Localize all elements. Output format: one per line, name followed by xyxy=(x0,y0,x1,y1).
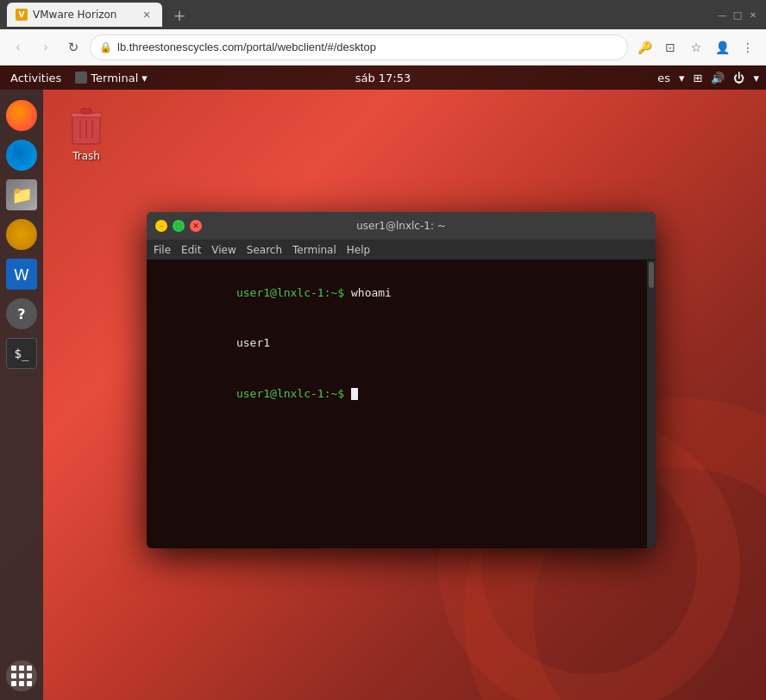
app-menu-arrow: ▾ xyxy=(141,72,148,84)
terminal-prompt-1: user1@lnxlc-1:~$ xyxy=(236,286,351,299)
terminal-scrollbar[interactable] xyxy=(647,260,656,548)
window-close-button[interactable] xyxy=(747,9,759,21)
language-indicator[interactable]: es xyxy=(657,72,670,84)
dock-icon-help[interactable]: ? xyxy=(4,297,39,331)
cast-icon-button[interactable]: ⊡ xyxy=(659,36,681,59)
thunderbird-app-icon xyxy=(6,140,37,171)
app-menu-label: Terminal xyxy=(91,72,138,84)
svg-rect-2 xyxy=(81,109,91,114)
bookmark-icon-button[interactable]: ☆ xyxy=(685,36,707,59)
browser-frame: V VMware Horizon ✕ + ‹ › ↻ 🔒 🔑 ⊡ ☆ 👤 ⋮ xyxy=(0,0,766,700)
desktop-trash-icon[interactable]: Trash xyxy=(60,100,112,167)
terminal-body[interactable]: user1@lnxlc-1:~$ whoami user1 user1@lnxl… xyxy=(147,260,656,548)
trash-icon-image xyxy=(66,105,107,147)
terminal-app-icon: $_ xyxy=(6,338,37,369)
sidebar-dock: 📁 W ? $_ xyxy=(0,90,43,700)
forward-button[interactable]: › xyxy=(35,36,57,59)
activities-button[interactable]: Activities xyxy=(7,72,65,84)
terminal-menu-search[interactable]: Search xyxy=(247,244,282,256)
panel-right: es ▾ ⊞ 🔊 ⏻ ▾ xyxy=(657,72,759,84)
window-maximize-button[interactable] xyxy=(731,9,744,21)
address-bar-container[interactable]: 🔒 xyxy=(90,34,628,60)
apps-grid-dots-icon xyxy=(11,666,32,686)
terminal-scrollbar-thumb xyxy=(649,262,654,288)
trash-icon-label: Trash xyxy=(72,150,100,162)
account-icon-button[interactable]: 👤 xyxy=(711,36,733,59)
terminal-menu-terminal[interactable]: Terminal xyxy=(292,244,336,256)
tab-favicon: V xyxy=(16,9,28,21)
terminal-menubar: File Edit View Search Terminal Help xyxy=(147,240,656,260)
terminal-cursor xyxy=(351,388,358,400)
address-bar[interactable] xyxy=(117,41,618,53)
window-controls xyxy=(716,9,759,21)
power-icon[interactable]: ⏻ xyxy=(733,72,744,84)
files-app-icon: 📁 xyxy=(6,179,37,210)
terminal-menu-edit[interactable]: Edit xyxy=(181,244,201,256)
toolbar-right: 🔑 ⊡ ☆ 👤 ⋮ xyxy=(633,36,759,59)
tab-label: VMware Horizon xyxy=(33,9,116,21)
terminal-menu-help[interactable]: Help xyxy=(347,244,370,256)
rhythmbox-app-icon xyxy=(6,219,37,250)
dock-icon-thunderbird[interactable] xyxy=(4,138,39,172)
terminal-prompt-2: user1@lnxlc-1:~$ xyxy=(236,387,351,400)
terminal-window-buttons: – ◻ ✕ xyxy=(155,220,202,232)
show-all-apps-button[interactable] xyxy=(6,660,37,691)
help-app-icon: ? xyxy=(6,298,37,329)
network-icon[interactable]: ⊞ xyxy=(694,72,703,84)
sound-icon[interactable]: 🔊 xyxy=(711,72,725,84)
terminal-title: user1@lnxlc-1: ~ xyxy=(356,220,446,232)
power-dropdown-icon: ▾ xyxy=(753,72,759,84)
top-panel: Activities Terminal ▾ sáb 17:53 es ▾ ⊞ 🔊… xyxy=(0,66,766,90)
new-tab-button[interactable]: + xyxy=(167,3,192,27)
dock-icon-rhythmbox[interactable] xyxy=(4,217,39,252)
dock-icon-terminal[interactable]: $_ xyxy=(4,336,39,371)
menu-icon-button[interactable]: ⋮ xyxy=(737,36,759,59)
back-button[interactable]: ‹ xyxy=(7,36,29,59)
terminal-line-2: user1 xyxy=(155,318,647,369)
terminal-titlebar: – ◻ ✕ user1@lnxlc-1: ~ xyxy=(147,212,656,240)
browser-tab[interactable]: V VMware Horizon ✕ xyxy=(7,3,162,27)
terminal-line-3: user1@lnxlc-1:~$ xyxy=(155,368,647,419)
terminal-menu-file[interactable]: File xyxy=(154,244,171,256)
terminal-window: – ◻ ✕ user1@lnxlc-1: ~ File Edit View Se… xyxy=(147,212,656,548)
firefox-app-icon xyxy=(6,100,37,131)
terminal-minimize-button[interactable]: – xyxy=(155,220,167,232)
dock-icon-files[interactable]: 📁 xyxy=(4,178,39,212)
key-icon-button[interactable]: 🔑 xyxy=(633,36,656,59)
ubuntu-desktop: Activities Terminal ▾ sáb 17:53 es ▾ ⊞ 🔊… xyxy=(0,66,766,700)
libreoffice-app-icon: W xyxy=(6,259,37,290)
terminal-menu-view[interactable]: View xyxy=(211,244,235,256)
lock-icon: 🔒 xyxy=(99,41,112,53)
terminal-output-1: user1 xyxy=(236,336,270,349)
app-menu-icon xyxy=(75,72,87,84)
dock-icon-firefox[interactable] xyxy=(4,98,39,133)
terminal-command-1: whoami xyxy=(351,286,392,299)
panel-clock: sáb 17:53 xyxy=(355,72,411,84)
terminal-line-1: user1@lnxlc-1:~$ whoami xyxy=(155,267,647,318)
vm-content: Activities Terminal ▾ sáb 17:53 es ▾ ⊞ 🔊… xyxy=(0,66,766,700)
language-dropdown-icon: ▾ xyxy=(679,72,685,84)
browser-title-bar: V VMware Horizon ✕ + xyxy=(0,0,766,29)
tab-close-button[interactable]: ✕ xyxy=(140,8,154,22)
window-minimize-button[interactable] xyxy=(716,9,728,21)
app-menu[interactable]: Terminal ▾ xyxy=(75,72,147,84)
dock-icon-libreoffice[interactable]: W xyxy=(4,257,39,291)
terminal-maximize-button[interactable]: ◻ xyxy=(173,220,185,232)
browser-toolbar: ‹ › ↻ 🔒 🔑 ⊡ ☆ 👤 ⋮ xyxy=(0,29,766,66)
terminal-close-button[interactable]: ✕ xyxy=(190,220,202,232)
reload-button[interactable]: ↻ xyxy=(62,36,85,59)
